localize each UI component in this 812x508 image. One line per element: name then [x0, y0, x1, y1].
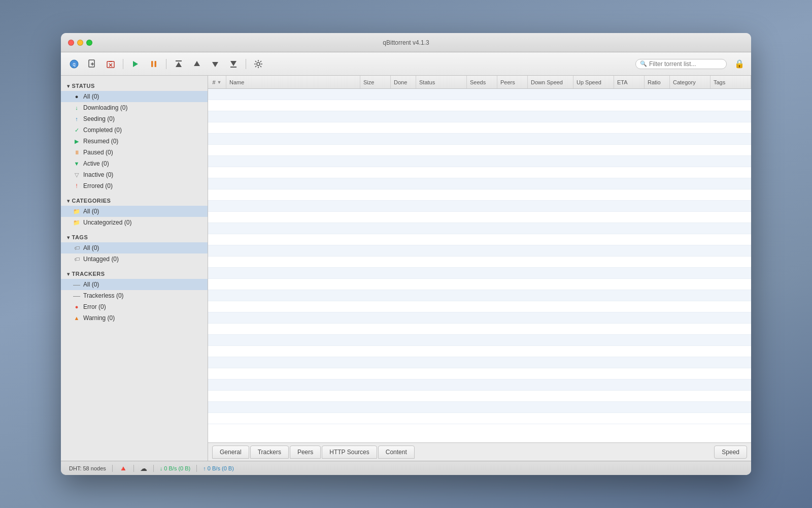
- sidebar-item-seeding[interactable]: ↑ Seeding (0): [61, 113, 208, 124]
- speed-button[interactable]: Speed: [714, 446, 747, 459]
- sidebar-item-inactive[interactable]: ▽ Inactive (0): [61, 169, 208, 180]
- minimize-button[interactable]: [77, 40, 83, 46]
- table-row[interactable]: [208, 335, 751, 346]
- dht-status: DHT: 58 nodes: [69, 465, 106, 471]
- table-row[interactable]: [208, 145, 751, 156]
- table-row[interactable]: [208, 201, 751, 212]
- col-ratio[interactable]: Ratio: [645, 76, 670, 88]
- sidebar-item-uncategorized[interactable]: 📁 Uncategorized (0): [61, 217, 208, 228]
- tags-chevron: ▾: [67, 235, 70, 240]
- table-row[interactable]: [208, 379, 751, 391]
- table-row[interactable]: [208, 324, 751, 335]
- sidebar-item-tracker-all[interactable]: — All (0): [61, 279, 208, 290]
- col-done[interactable]: Done: [391, 76, 416, 88]
- sidebar-item-untagged[interactable]: 🏷 Untagged (0): [61, 253, 208, 265]
- table-row[interactable]: [208, 234, 751, 245]
- sidebar-item-errored[interactable]: ! Errored (0): [61, 180, 208, 192]
- table-row[interactable]: [208, 167, 751, 178]
- tags-section-header: ▾ TAGS: [61, 231, 208, 242]
- sidebar-item-paused[interactable]: ⏸ Paused (0): [61, 147, 208, 158]
- tags-header-label: TAGS: [72, 234, 88, 240]
- col-peers-label: Peers: [500, 79, 515, 85]
- table-row[interactable]: [208, 245, 751, 257]
- table-row[interactable]: [208, 301, 751, 312]
- table-row[interactable]: [208, 223, 751, 234]
- resume-button[interactable]: [127, 57, 144, 71]
- table-row[interactable]: [208, 413, 751, 424]
- col-eta[interactable]: ETA: [614, 76, 645, 88]
- col-category[interactable]: Category: [670, 76, 710, 88]
- remove-torrent-button[interactable]: [103, 57, 119, 71]
- table-row[interactable]: [208, 111, 751, 122]
- table-row[interactable]: [208, 346, 751, 357]
- tab-trackers[interactable]: Trackers: [250, 446, 289, 459]
- sidebar-item-cat-all[interactable]: 📁 All (0): [61, 206, 208, 217]
- table-row[interactable]: [208, 391, 751, 402]
- sidebar-item-completed[interactable]: ✓ Completed (0): [61, 124, 208, 136]
- lock-icon[interactable]: 🔒: [733, 57, 746, 71]
- table-row[interactable]: [208, 189, 751, 201]
- col-upspeed[interactable]: Up Speed: [573, 76, 614, 88]
- tab-content[interactable]: Content: [378, 446, 415, 459]
- filter-input[interactable]: [649, 60, 720, 68]
- queue-top-button[interactable]: [171, 57, 187, 71]
- sidebar-item-all[interactable]: ● All (0): [61, 91, 208, 102]
- table-row[interactable]: [208, 268, 751, 279]
- sidebar-item-tag-all[interactable]: 🏷 All (0): [61, 242, 208, 253]
- table-row[interactable]: [208, 279, 751, 290]
- table-row[interactable]: [208, 368, 751, 379]
- close-button[interactable]: [68, 40, 74, 46]
- sidebar-item-seeding-label: Seeding (0): [83, 115, 115, 122]
- col-name[interactable]: Name: [226, 76, 360, 88]
- table-row[interactable]: [208, 402, 751, 413]
- pause-button[interactable]: [146, 57, 162, 71]
- sidebar-item-error[interactable]: ● Error (0): [61, 301, 208, 312]
- queue-bottom-button[interactable]: [225, 57, 242, 71]
- sidebar-item-resumed[interactable]: ▶ Resumed (0): [61, 136, 208, 147]
- table-row[interactable]: [208, 212, 751, 223]
- sidebar-item-tracker-all-label: All (0): [83, 281, 99, 288]
- add-torrent-button[interactable]: [84, 57, 100, 71]
- toolbar-sep-1: [123, 59, 123, 69]
- table-row[interactable]: [208, 156, 751, 167]
- col-tags-label: Tags: [714, 79, 725, 85]
- col-downspeed[interactable]: Down Speed: [528, 76, 573, 88]
- sidebar-item-completed-label: Completed (0): [83, 126, 122, 134]
- categories-header-label: CATEGORIES: [72, 198, 111, 204]
- col-tags[interactable]: Tags: [710, 76, 751, 88]
- table-row[interactable]: [208, 312, 751, 324]
- col-upspeed-label: Up Speed: [577, 79, 601, 85]
- sidebar-item-downloading[interactable]: ↓ Downloading (0): [61, 102, 208, 113]
- tracker-all-icon: —: [73, 280, 80, 289]
- sidebar-item-all-label: All (0): [83, 93, 99, 100]
- trackers-header-label: TRACKERS: [72, 271, 105, 277]
- col-status[interactable]: Status: [416, 76, 467, 88]
- table-row[interactable]: [208, 122, 751, 134]
- qbittorrent-logo-button[interactable]: q: [66, 57, 82, 71]
- tab-http-sources[interactable]: HTTP Sources: [322, 446, 377, 459]
- col-size[interactable]: Size: [360, 76, 391, 88]
- settings-button[interactable]: [250, 57, 266, 71]
- col-peers[interactable]: Peers: [497, 76, 528, 88]
- tab-peers[interactable]: Peers: [290, 446, 321, 459]
- maximize-button[interactable]: [86, 40, 92, 46]
- table-row[interactable]: [208, 100, 751, 111]
- table-row[interactable]: [208, 357, 751, 368]
- queue-up-button[interactable]: [189, 57, 205, 71]
- tab-general[interactable]: General: [212, 446, 249, 459]
- svg-text:q: q: [73, 61, 76, 67]
- sidebar-item-warning-label: Warning (0): [83, 314, 115, 322]
- col-num-label: #: [212, 79, 215, 85]
- table-row[interactable]: [208, 178, 751, 189]
- queue-down-button[interactable]: [207, 57, 223, 71]
- table-row[interactable]: [208, 290, 751, 301]
- col-num[interactable]: # ▼: [208, 76, 226, 88]
- sidebar-item-trackerless[interactable]: — Trackerless (0): [61, 290, 208, 301]
- table-row[interactable]: [208, 134, 751, 145]
- sidebar-item-active[interactable]: ▼ Active (0): [61, 158, 208, 169]
- col-seeds[interactable]: Seeds: [467, 76, 497, 88]
- svg-marker-15: [212, 62, 218, 67]
- table-row[interactable]: [208, 257, 751, 268]
- sidebar-item-warning[interactable]: ▲ Warning (0): [61, 312, 208, 324]
- table-row[interactable]: [208, 89, 751, 100]
